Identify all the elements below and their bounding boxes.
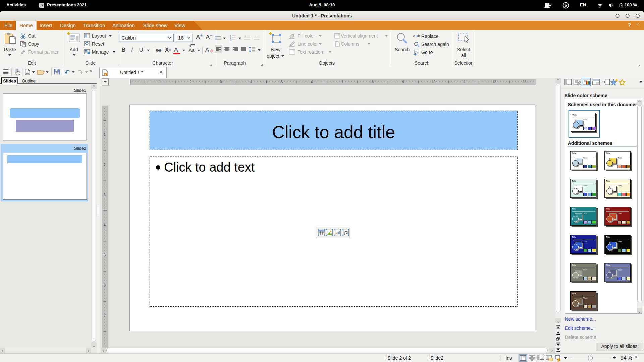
svg-text:5: 5 — [104, 253, 106, 257]
svg-text:10: 10 — [432, 80, 436, 84]
svg-text:9: 9 — [402, 80, 404, 84]
svg-text:3: 3 — [220, 80, 222, 84]
svg-text:s: s — [105, 73, 106, 76]
svg-text:5: 5 — [281, 80, 283, 84]
svg-text:b: b — [418, 34, 420, 38]
svg-text:4: 4 — [250, 80, 252, 84]
svg-text:a: a — [413, 34, 416, 38]
svg-text:2: 2 — [190, 80, 192, 84]
svg-text:6: 6 — [311, 80, 313, 84]
svg-text:2: 2 — [104, 163, 106, 167]
svg-text:12: 12 — [492, 80, 496, 84]
svg-text:6: 6 — [104, 284, 106, 287]
svg-text:11: 11 — [462, 80, 466, 84]
svg-text:8: 8 — [372, 80, 374, 84]
svg-text:13: 13 — [523, 80, 527, 84]
svg-text:1: 1 — [104, 133, 106, 136]
svg-text:3: 3 — [230, 39, 231, 41]
svg-text:7: 7 — [341, 80, 343, 84]
svg-text:3: 3 — [104, 193, 106, 197]
svg-text:4: 4 — [104, 223, 106, 227]
svg-text:7: 7 — [104, 314, 106, 317]
svg-text:1: 1 — [159, 80, 161, 84]
